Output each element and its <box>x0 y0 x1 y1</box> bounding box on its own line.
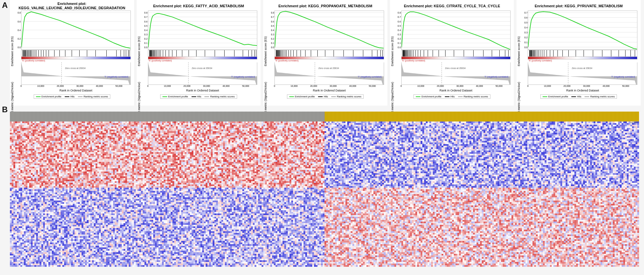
x-ticks: 010,00020,00030,00040,00050,000 <box>401 85 511 89</box>
rank-area: Zero cross at 20634'T' (negatively corre… <box>401 62 511 85</box>
es-ylabel: Enrichment score (ES) <box>264 36 267 66</box>
x-ticks: 010,00020,00030,00040,00050,000 <box>148 85 258 89</box>
gsea-stack: 0.00.10.20.30.40.50.60.7'N' (positively … <box>528 11 637 93</box>
hits-rug <box>21 50 131 57</box>
gsea-stack: 0.00.20.40.60.8'N' (positively correlate… <box>21 11 131 93</box>
panel-a-label: A <box>2 1 8 10</box>
rank-area: Zero cross at 20634'T' (negatively corre… <box>148 62 258 85</box>
pos-corr-label: 'N' (positively correlated) <box>21 59 131 62</box>
gsea-plot-4: Enrichment plot: KEGG_PYRUVATE_METABOLIS… <box>517 0 641 106</box>
gsea-plot-0: Enrichment plot: KEGG_VALINE_LEUCINE_AND… <box>10 0 134 106</box>
panel-b-label: B <box>2 105 8 114</box>
neg-corr-label: 'T' (negatively correlated) <box>610 76 636 79</box>
panel-b-heatmap: log2 value <box>10 112 639 273</box>
hits-rug <box>148 50 258 57</box>
es-ylabel: Enrichment score (ES) <box>137 36 141 66</box>
rank-area: Zero cross at 20634'T' (negatively corre… <box>21 62 131 85</box>
heatmap-canvas <box>10 121 639 267</box>
es-ylabel: Enrichment score (ES) <box>517 36 520 66</box>
gsea-plot-3: Enrichment plot: KEGG_CITRATE_CYCLE_TCA_… <box>390 0 514 106</box>
gsea-legend: Enrichment profileHitsRanking metric sco… <box>287 94 364 99</box>
x-label: Rank in Ordered Dataset <box>274 89 384 92</box>
panel-a-gsea-row: Enrichment plot: KEGG_VALINE_LEUCINE_AND… <box>10 0 641 106</box>
colormap-bar <box>274 57 384 59</box>
pos-corr-label: 'N' (positively correlated) <box>274 59 384 62</box>
gsea-title: Enrichment plot: KEGG_PROPANOATE_METABOL… <box>265 1 385 11</box>
pos-corr-label: 'N' (positively correlated) <box>528 59 637 62</box>
x-ticks: 010,00020,00030,00040,00050,000 <box>274 85 384 89</box>
gsea-legend: Enrichment profileHitsRanking metric sco… <box>540 94 617 99</box>
colormap-bar <box>148 57 258 59</box>
heatmap-group-right <box>325 112 639 121</box>
x-ticks: 010,00020,00030,00040,00050,000 <box>21 85 131 89</box>
heatmap-legend-label: log2 value <box>630 121 638 123</box>
es-ylabel: Enrichment score (ES) <box>391 36 394 66</box>
neg-corr-label: 'T' (negatively correlated) <box>484 76 509 79</box>
rank-area: Zero cross at 20634'T' (negatively corre… <box>274 62 384 85</box>
zero-cross-label: Zero cross at 20634 <box>65 67 86 69</box>
colormap-bar <box>401 57 511 59</box>
gsea-stack: 0.00.10.20.30.40.50.60.70.8'N' (positive… <box>148 11 258 93</box>
zero-cross-label: Zero cross at 20634 <box>572 67 592 69</box>
x-label: Rank in Ordered Dataset <box>401 89 511 92</box>
es-area: 0.00.10.20.30.40.50.60.7 <box>528 11 637 50</box>
neg-corr-label: 'T' (negatively correlated) <box>231 76 256 79</box>
heatmap-group-left <box>10 112 325 121</box>
es-area: 0.00.20.40.60.8 <box>21 11 131 50</box>
colormap-bar <box>21 57 131 59</box>
gsea-title: Enrichment plot: KEGG_VALINE_LEUCINE_AND… <box>12 1 132 11</box>
es-ylabel: Enrichment score (ES) <box>11 36 14 66</box>
gsea-stack: 0.00.10.20.30.40.50.60.70.8'N' (positive… <box>401 11 511 93</box>
pos-corr-label: 'N' (positively correlated) <box>401 59 511 62</box>
gsea-legend: Enrichment profileHitsRanking metric sco… <box>160 94 237 99</box>
neg-corr-label: 'T' (negatively correlated) <box>357 76 382 79</box>
gsea-legend: Enrichment profileHitsRanking metric sco… <box>34 94 111 99</box>
gsea-plot-1: Enrichment plot: KEGG_FATTY_ACID_METABOL… <box>137 0 261 106</box>
gsea-title: Enrichment plot: KEGG_PYRUVATE_METABOLIS… <box>519 1 639 11</box>
gsea-stack: 0.00.10.20.30.40.50.60.70.8'N' (positive… <box>274 11 384 93</box>
x-label: Rank in Ordered Dataset <box>148 89 258 92</box>
hits-rug <box>528 50 637 57</box>
rank-area: Zero cross at 20634'T' (negatively corre… <box>528 62 637 85</box>
es-area: 0.00.10.20.30.40.50.60.70.8 <box>401 11 511 50</box>
zero-cross-label: Zero cross at 20634 <box>318 67 339 69</box>
zero-cross-label: Zero cross at 20634 <box>445 67 466 69</box>
neg-corr-label: 'T' (negatively correlated) <box>104 76 129 79</box>
es-area: 0.00.10.20.30.40.50.60.70.8 <box>274 11 384 50</box>
hits-rug <box>401 50 511 57</box>
es-area: 0.00.10.20.30.40.50.60.70.8 <box>148 11 258 50</box>
zero-cross-label: Zero cross at 20634 <box>192 67 212 69</box>
gsea-title: Enrichment plot: KEGG_FATTY_ACID_METABOL… <box>139 1 259 11</box>
heatmap-column-annotation <box>10 112 639 121</box>
x-ticks: 010,00020,00030,00040,00050,000 <box>528 85 637 89</box>
gsea-title: Enrichment plot: KEGG_CITRATE_CYCLE_TCA_… <box>392 1 512 11</box>
x-label: Rank in Ordered Dataset <box>21 89 131 92</box>
gsea-legend: Enrichment profileHitsRanking metric sco… <box>413 94 490 99</box>
x-label: Rank in Ordered Dataset <box>528 89 637 92</box>
gsea-plot-2: Enrichment plot: KEGG_PROPANOATE_METABOL… <box>263 0 387 106</box>
colormap-bar <box>528 57 637 59</box>
pos-corr-label: 'N' (positively correlated) <box>148 59 258 62</box>
hits-rug <box>274 50 384 57</box>
